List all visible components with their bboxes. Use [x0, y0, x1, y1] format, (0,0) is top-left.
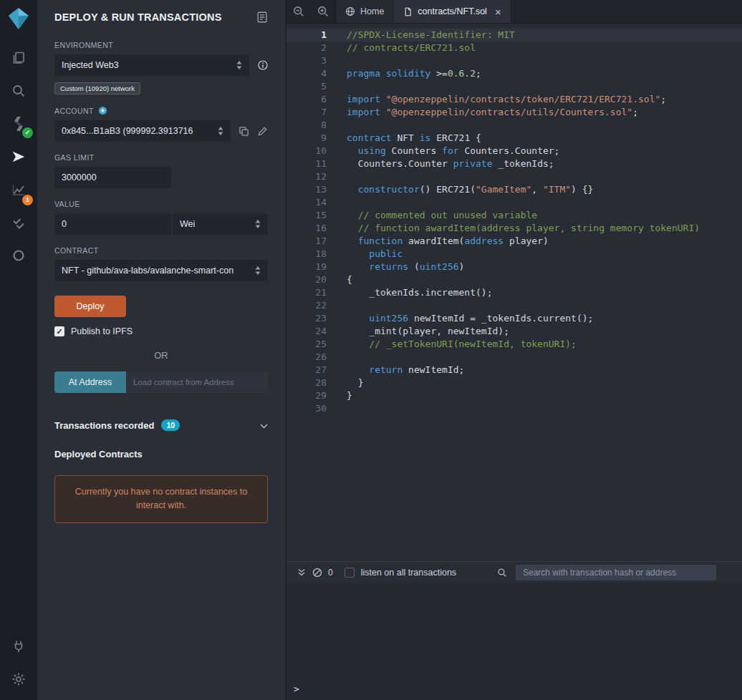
code-line-25[interactable]: 25 // _setTokenURI(newItemId, tokenURI);	[286, 338, 742, 351]
listen-transactions-checkbox[interactable]	[344, 568, 355, 578]
line-number: 8	[286, 119, 327, 132]
code-line-20[interactable]: 20{	[286, 273, 742, 286]
code-line-1[interactable]: 1//SPDX-License-Identifier: MIT	[286, 29, 742, 42]
code-line-11[interactable]: 11 Counters.Counter private _tokenIds;	[286, 157, 742, 170]
add-account-icon[interactable]	[98, 106, 107, 115]
transactions-recorded-toggle[interactable]: Transactions recorded 10	[54, 419, 268, 432]
code-line-21[interactable]: 21 _tokenIds.increment();	[286, 286, 742, 299]
select-caret-icon	[218, 127, 223, 135]
code-editor[interactable]: 1//SPDX-License-Identifier: MIT2// contr…	[286, 24, 742, 561]
zoom-in-icon[interactable]	[311, 0, 335, 23]
code-line-4[interactable]: 4pragma solidity >=0.6.2;	[286, 67, 742, 80]
tab-home[interactable]: Home	[335, 0, 394, 23]
code-line-6[interactable]: 6import "@openzeppelin/contracts/token/E…	[286, 93, 742, 106]
contract-selected: NFT - github/ava-labs/avalanche-smart-co…	[62, 266, 233, 276]
line-number: 17	[286, 235, 327, 248]
code-line-2[interactable]: 2// contracts/ERC721.sol	[286, 42, 742, 54]
line-content: }	[327, 376, 363, 389]
deploy-run-icon[interactable]	[0, 140, 37, 173]
plugin-manager-icon[interactable]	[0, 630, 37, 663]
plugin-circle-icon[interactable]	[0, 239, 37, 272]
line-content: return newItemId;	[327, 364, 464, 376]
recorder-list-icon[interactable]	[256, 11, 269, 24]
remix-logo[interactable]	[0, 0, 37, 37]
code-line-12[interactable]: 12	[286, 170, 742, 183]
at-address-input[interactable]	[126, 371, 268, 393]
deploy-button[interactable]: Deploy	[54, 296, 126, 317]
solidity-compiler-icon[interactable]: ✓	[0, 107, 37, 140]
code-line-22[interactable]: 22	[286, 299, 742, 312]
code-line-17[interactable]: 17 function awardItem(address player)	[286, 235, 742, 248]
line-content	[327, 170, 347, 183]
pending-transactions-count: 0	[328, 568, 333, 578]
tab-nft-sol[interactable]: contracts/NFT.sol ×	[394, 0, 511, 23]
code-line-24[interactable]: 24 _mint(player, newItemId);	[286, 325, 742, 338]
code-line-9[interactable]: 9contract NFT is ERC721 {	[286, 132, 742, 145]
line-number: 13	[286, 183, 327, 196]
code-line-18[interactable]: 18 public	[286, 248, 742, 261]
edit-account-icon[interactable]	[257, 126, 268, 137]
code-line-13[interactable]: 13 constructor() ERC721("GameItem", "ITM…	[286, 183, 742, 196]
settings-icon[interactable]	[0, 663, 37, 696]
code-line-3[interactable]: 3	[286, 54, 742, 67]
chevron-down-icon[interactable]	[260, 419, 268, 432]
terminal-search-input[interactable]	[516, 565, 716, 580]
terminal-search-icon	[494, 568, 510, 578]
line-number: 27	[286, 364, 327, 376]
or-divider: OR	[54, 350, 268, 361]
value-input[interactable]	[54, 213, 171, 235]
code-line-30[interactable]: 30	[286, 402, 742, 415]
contract-select[interactable]: NFT - github/ava-labs/avalanche-smart-co…	[54, 260, 268, 281]
unit-testing-icon[interactable]	[0, 206, 37, 239]
code-line-5[interactable]: 5	[286, 80, 742, 93]
line-number: 19	[286, 261, 327, 273]
code-line-27[interactable]: 27 return newItemId;	[286, 364, 742, 376]
line-content: }	[327, 389, 352, 402]
code-line-14[interactable]: 14	[286, 196, 742, 209]
line-content: Counters.Counter private _tokenIds;	[327, 157, 554, 170]
toggle-terminal-icon[interactable]	[294, 568, 309, 577]
clear-console-icon[interactable]	[309, 568, 325, 578]
code-line-19[interactable]: 19 returns (uint256)	[286, 261, 742, 273]
file-icon	[403, 7, 413, 16]
at-address-button[interactable]: At Address	[54, 371, 126, 393]
code-lines: 1//SPDX-License-Identifier: MIT2// contr…	[286, 29, 742, 415]
file-explorer-icon[interactable]	[0, 42, 37, 74]
code-line-7[interactable]: 7import "@openzeppelin/contracts/utils/C…	[286, 106, 742, 119]
line-number: 2	[286, 42, 327, 54]
code-line-15[interactable]: 15 // commented out unused variable	[286, 209, 742, 222]
tab-home-label: Home	[360, 6, 384, 16]
gas-limit-input[interactable]	[54, 167, 171, 188]
publish-to-ipfs-checkbox[interactable]: ✓	[54, 326, 64, 336]
check-icon: ✓	[56, 328, 62, 336]
code-line-10[interactable]: 10 using Counters for Counters.Counter;	[286, 145, 742, 157]
zoom-out-icon[interactable]	[286, 0, 311, 23]
select-caret-icon	[255, 266, 261, 275]
line-content: _tokenIds.increment();	[327, 286, 493, 299]
line-content: contract NFT is ERC721 {	[327, 132, 481, 145]
line-number: 22	[286, 299, 327, 312]
network-badge: Custom (10920) network	[54, 82, 140, 94]
value-unit-select[interactable]: Wei	[173, 213, 268, 235]
environment-selected: Injected Web3	[62, 60, 119, 70]
search-icon[interactable]	[0, 74, 37, 107]
contract-label: CONTRACT	[54, 246, 268, 255]
line-content: import "@openzeppelin/contracts/token/ER…	[327, 93, 666, 106]
code-line-28[interactable]: 28 }	[286, 376, 742, 389]
transactions-recorded-label: Transactions recorded	[54, 420, 154, 431]
code-line-16[interactable]: 16 // function awardItem(address player,…	[286, 222, 742, 235]
copy-account-icon[interactable]	[238, 126, 249, 137]
line-number: 15	[286, 209, 327, 222]
tab-bar: Home contracts/NFT.sol ×	[286, 0, 742, 24]
terminal[interactable]: >	[286, 583, 742, 700]
environment-select[interactable]: Injected Web3	[54, 54, 249, 76]
code-line-29[interactable]: 29}	[286, 389, 742, 402]
code-line-23[interactable]: 23 uint256 newItemId = _tokenIds.current…	[286, 312, 742, 325]
code-line-26[interactable]: 26	[286, 351, 742, 364]
environment-info-icon[interactable]	[258, 60, 268, 70]
static-analysis-icon[interactable]: 1	[0, 173, 37, 206]
account-select[interactable]: 0x845...B1aB3 (999992.3913716	[54, 120, 231, 142]
line-content: public	[327, 248, 403, 261]
code-line-8[interactable]: 8	[286, 119, 742, 132]
close-tab-icon[interactable]: ×	[495, 6, 501, 17]
